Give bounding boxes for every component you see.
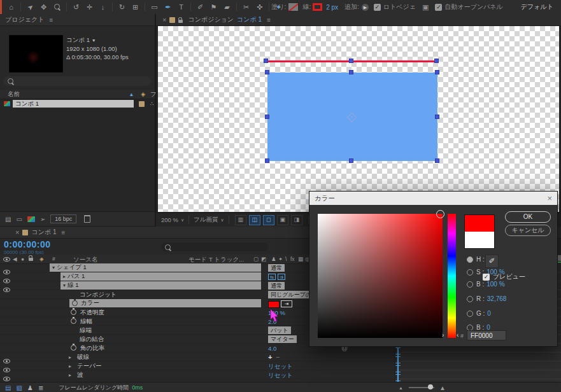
override-icon[interactable]: ⇥ xyxy=(281,300,292,307)
panel-menu-icon[interactable]: ≡ xyxy=(267,17,271,24)
mask-visibility-icon[interactable]: ◫ xyxy=(249,215,260,225)
interpret-footage-icon[interactable]: ▤ xyxy=(5,216,11,223)
dialog-titlebar[interactable]: カラー × xyxy=(309,192,557,205)
radio-b[interactable] xyxy=(467,281,473,288)
project-item-row[interactable]: コンポ 1 ∴ xyxy=(0,99,155,108)
bbox-handle[interactable] xyxy=(435,158,439,163)
blend-mode-dropdown[interactable]: 通常 xyxy=(268,264,285,272)
path-direction-icon[interactable]: ⇆ xyxy=(268,274,276,280)
trash-icon[interactable] xyxy=(84,215,90,223)
path-handle[interactable] xyxy=(349,59,353,63)
group-name-selected[interactable]: ▾ シェイプ 1 xyxy=(50,263,261,272)
row-label[interactable]: テーパー xyxy=(77,362,101,370)
zoom-out-mountain-icon[interactable]: ▲ xyxy=(399,386,403,390)
eye-icon[interactable] xyxy=(3,377,10,381)
row-label[interactable]: 破線 xyxy=(77,353,89,361)
radio-g[interactable] xyxy=(467,311,473,317)
radio-s[interactable] xyxy=(467,269,473,276)
saturation-brightness-field[interactable] xyxy=(318,214,443,338)
puppet-pin-tool-icon[interactable]: ✜ xyxy=(255,2,264,12)
hand-tool-icon[interactable]: ✥ xyxy=(39,2,48,12)
bbox-handle[interactable] xyxy=(435,70,439,74)
collapse-col-icon[interactable]: ✦ xyxy=(278,256,283,262)
blend-col-icon[interactable]: ▦ xyxy=(298,256,303,262)
exposure-icon[interactable]: ◨ xyxy=(291,215,302,225)
line-cap-dropdown[interactable]: バット xyxy=(268,326,291,334)
pen-tool-icon[interactable]: ✒ xyxy=(163,2,173,12)
eraser-tool-icon[interactable]: ▰ xyxy=(222,2,232,12)
timeline-search-input[interactable] xyxy=(161,242,268,251)
miter-limit-value[interactable]: 4.0 xyxy=(268,345,276,352)
project-item-name[interactable]: コンポ 1 xyxy=(13,100,134,108)
hue-arrow-right-icon[interactable]: › xyxy=(442,332,444,339)
panel-menu-icon[interactable]: ≡ xyxy=(61,229,65,236)
auto-open-checkbox[interactable]: ✓ xyxy=(435,4,442,11)
lock-icon[interactable] xyxy=(178,20,183,23)
color-swatch[interactable] xyxy=(268,301,280,308)
row-label[interactable]: 角の比率 xyxy=(80,344,104,353)
group-name-selected[interactable]: ▸ パス 1 xyxy=(60,272,261,281)
shy-col-icon[interactable]: ♟ xyxy=(271,256,276,262)
line-join-dropdown[interactable]: マイター xyxy=(268,335,297,343)
close-icon[interactable]: × xyxy=(15,228,19,236)
quality-col-icon[interactable]: \ xyxy=(285,256,287,262)
new-folder-icon[interactable]: ▭ xyxy=(16,216,22,223)
reset-link[interactable]: リセット xyxy=(268,372,293,380)
sort-asc-icon[interactable]: ▴ xyxy=(130,90,133,97)
stopwatch-icon[interactable] xyxy=(72,300,78,306)
panel-menu-icon[interactable]: ≡ xyxy=(49,17,53,24)
home-icon[interactable]: ⌂ xyxy=(6,2,16,12)
preview-row[interactable]: ✓ プレビュー xyxy=(483,272,525,281)
stroke-width-value[interactable]: 2 px xyxy=(326,4,338,11)
bbox-handle[interactable] xyxy=(349,158,353,163)
am-footage-icon[interactable]: ▤ xyxy=(5,384,11,391)
preview-checkbox[interactable]: ✓ xyxy=(483,274,490,281)
timeline-zoom-knob[interactable] xyxy=(428,384,433,389)
row-label[interactable]: 線の結合 xyxy=(80,335,104,344)
chevron-down-icon[interactable]: ∨ xyxy=(181,218,184,223)
r-value[interactable]: 32,768 xyxy=(487,295,507,302)
camera-tool-icon[interactable]: ⊞ xyxy=(131,2,140,12)
hue-slider[interactable] xyxy=(448,214,456,338)
stopwatch-icon[interactable] xyxy=(71,345,76,351)
twirl-closed-icon[interactable]: ▸ xyxy=(69,354,71,360)
cancel-button[interactable]: キャンセル xyxy=(505,225,551,236)
tab-composition-label[interactable]: コンポジション xyxy=(188,15,234,24)
timeline-row[interactable]: ▸ 破線 + − xyxy=(0,353,395,361)
composition-canvas[interactable] xyxy=(158,26,559,212)
add-dash-button[interactable]: + xyxy=(268,353,272,361)
row-label[interactable]: コンポジット xyxy=(80,291,117,299)
path-direction-icon[interactable]: ⇉ xyxy=(278,274,285,280)
eyedropper-button[interactable]: ✐ xyxy=(485,255,499,268)
row-label[interactable]: 線幅 xyxy=(80,318,92,326)
stopwatch-icon[interactable] xyxy=(71,318,76,324)
timeline-row[interactable]: ▸ テーパー リセット xyxy=(0,361,395,370)
property-name-selected[interactable]: カラー xyxy=(69,299,261,307)
group-name-selected[interactable]: ▾ 線 1 xyxy=(60,281,261,290)
selection-tool-icon[interactable]: ➤ xyxy=(25,2,35,12)
name-column-header[interactable]: 名前 xyxy=(8,90,20,99)
brightness-row[interactable]: B : 100 % xyxy=(467,281,505,288)
orbit-tool-icon[interactable]: ↺ xyxy=(71,2,81,12)
project-list-header[interactable]: 名前 ▴ ◈ フ xyxy=(0,90,155,99)
twirl-closed-icon[interactable]: ▸ xyxy=(69,363,71,369)
current-timecode[interactable]: 0:00:00:00 xyxy=(4,239,51,249)
twirl-closed-icon[interactable]: ▸ xyxy=(69,372,71,378)
timeline-tab-name[interactable]: コンポ 1 xyxy=(31,228,56,237)
chevron-down-icon[interactable]: ▼ xyxy=(92,38,96,43)
twirl-open-icon[interactable]: ▾ xyxy=(63,283,66,288)
grid-guides-icon[interactable]: ▥ xyxy=(235,215,246,225)
type-tool-icon[interactable]: T xyxy=(176,2,186,12)
motion-blur-col-icon[interactable]: ◩ xyxy=(261,256,266,262)
tab-composition-name[interactable]: コンポ 1 xyxy=(237,15,262,24)
path-handle[interactable] xyxy=(434,59,439,63)
bbox-handle[interactable] xyxy=(265,115,269,119)
twirl-closed-icon[interactable]: ▸ xyxy=(63,274,66,279)
color-selector-circle[interactable] xyxy=(436,210,444,218)
tab-project[interactable]: プロジェクト xyxy=(5,15,44,24)
new-composition-icon[interactable] xyxy=(27,216,35,222)
clone-stamp-tool-icon[interactable]: ⚑ xyxy=(209,2,218,12)
zoom-tool-icon[interactable] xyxy=(52,2,62,12)
panel-icon[interactable]: ▣ xyxy=(422,3,429,11)
comp-info-title[interactable]: コンポ 1 xyxy=(66,36,90,43)
